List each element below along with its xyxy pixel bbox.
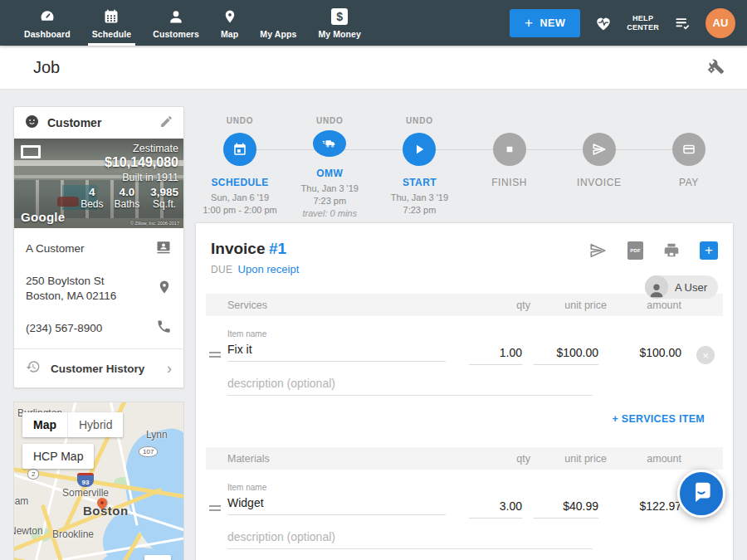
nav-schedule[interactable]: Schedule bbox=[81, 0, 142, 46]
remove-service-item-button[interactable]: × bbox=[696, 346, 715, 364]
qty-column-header: qty bbox=[466, 299, 530, 311]
material-item-name-input[interactable]: Widget bbox=[227, 492, 446, 515]
undo-start-button[interactable]: UNDO bbox=[406, 116, 433, 128]
sqft-value: 3,985 bbox=[150, 186, 178, 198]
add-invoice-icon[interactable]: + bbox=[700, 241, 718, 260]
help-center-button[interactable]: HELP CENTER bbox=[627, 14, 659, 32]
top-nav: Dashboard Schedule Customers Map My Apps bbox=[0, 0, 747, 46]
drag-handle[interactable] bbox=[209, 349, 227, 360]
phone-icon[interactable] bbox=[156, 319, 172, 338]
i93-shield: 93 bbox=[77, 473, 94, 487]
invoice-step-label[interactable]: INVOICE bbox=[577, 177, 622, 188]
nav-my-money-label: My Money bbox=[318, 29, 361, 39]
nav-customers-label: Customers bbox=[153, 29, 199, 39]
hybrid-button[interactable]: Hybrid bbox=[67, 412, 123, 437]
material-description-input[interactable]: description (optional) bbox=[227, 525, 593, 549]
workflow-step-pay: PAY bbox=[644, 116, 734, 220]
nav-map[interactable]: Map bbox=[210, 0, 249, 46]
nav-actions: + NEW HELP CENTER AU bbox=[510, 8, 735, 38]
close-icon: × bbox=[702, 349, 709, 362]
customer-face-icon bbox=[24, 114, 40, 133]
materials-section-title: Materials bbox=[227, 453, 466, 465]
due-label: DUE bbox=[211, 264, 232, 275]
beds-value: 4 bbox=[81, 186, 103, 198]
start-step-icon[interactable] bbox=[403, 133, 436, 166]
customer-history-button[interactable]: Customer History › bbox=[14, 348, 183, 387]
invoice-card: Invoice #1 DUE Upon receipt PDF bbox=[195, 222, 734, 560]
add-services-item-button[interactable]: + SERVICES ITEM bbox=[612, 413, 705, 425]
schedule-step-icon[interactable] bbox=[223, 133, 256, 166]
undo-omw-button[interactable]: UNDO bbox=[316, 116, 344, 125]
pay-step-label[interactable]: PAY bbox=[679, 177, 699, 188]
assignee-name: A User bbox=[675, 281, 707, 294]
omw-step-label[interactable]: OMW bbox=[316, 168, 343, 179]
plus-icon: + bbox=[705, 242, 713, 259]
task-list-icon[interactable] bbox=[672, 15, 692, 32]
customer-card-title: Customer bbox=[47, 116, 159, 129]
undo-schedule-button[interactable]: UNDO bbox=[227, 116, 254, 128]
nav-my-apps[interactable]: My Apps bbox=[249, 0, 307, 46]
nav-dashboard[interactable]: Dashboard bbox=[13, 0, 81, 46]
street-view-icon[interactable] bbox=[21, 145, 41, 158]
services-section-header: Services qty unit price amount bbox=[206, 294, 723, 316]
omw-step-icon[interactable] bbox=[313, 130, 346, 157]
map-label-brookline: Brookline bbox=[52, 528, 94, 540]
send-invoice-icon[interactable] bbox=[588, 241, 608, 260]
schedule-step-label[interactable]: SCHEDULE bbox=[211, 177, 268, 188]
service-description-row: description (optional) bbox=[209, 372, 715, 396]
finish-step-icon[interactable] bbox=[493, 133, 526, 166]
material-unit-price-input[interactable]: $40.99 bbox=[534, 495, 598, 519]
workflow-step-omw: UNDO OMW Thu, Jan 3 '19 7:23 pm travel: … bbox=[285, 116, 374, 220]
service-amount: $100.00 bbox=[607, 346, 681, 359]
property-photo[interactable]: Zestimate $10,149,080 Built in 1911 4Bed… bbox=[14, 139, 183, 228]
hcp-map-button[interactable]: HCP Map bbox=[22, 444, 94, 469]
content: Customer Zestimate $10,149,080 Built in … bbox=[0, 90, 747, 560]
finish-step-label[interactable]: FINISH bbox=[491, 177, 527, 188]
drag-handle[interactable] bbox=[209, 503, 227, 514]
user-avatar[interactable]: AU bbox=[706, 8, 735, 38]
chat-fab-button[interactable] bbox=[677, 470, 725, 518]
invoice-actions: PDF + bbox=[588, 241, 718, 260]
service-qty-input[interactable]: 1.00 bbox=[469, 342, 522, 365]
money-icon: $ bbox=[331, 7, 348, 26]
invoice-step-icon[interactable] bbox=[583, 133, 616, 166]
map-type-buttons: Map Hybrid bbox=[22, 412, 123, 437]
health-heart-icon[interactable] bbox=[593, 14, 613, 32]
baths-label: Baths bbox=[115, 198, 140, 210]
contact-card-icon[interactable] bbox=[155, 239, 172, 259]
zoom-in-button[interactable]: + bbox=[144, 555, 171, 560]
edit-pencil-icon[interactable] bbox=[159, 114, 173, 132]
map-label-lynn: Lynn bbox=[146, 429, 168, 441]
page-header: Job bbox=[0, 46, 747, 90]
nav-my-money[interactable]: $ My Money bbox=[307, 0, 372, 46]
service-unit-price-input[interactable]: $100.00 bbox=[534, 342, 598, 365]
route-107-shield: 107 bbox=[139, 446, 158, 457]
google-watermark: Google bbox=[21, 210, 65, 224]
service-item-name-input[interactable]: Fix it bbox=[227, 338, 446, 362]
service-description-input[interactable]: description (optional) bbox=[227, 372, 593, 396]
due-value-link[interactable]: Upon receipt bbox=[238, 263, 300, 275]
map-pin-icon bbox=[222, 7, 237, 26]
new-button-label: NEW bbox=[540, 17, 566, 29]
invoice-number-link[interactable]: #1 bbox=[269, 240, 286, 257]
pdf-icon[interactable]: PDF bbox=[627, 241, 643, 260]
material-description-row: description (optional) bbox=[209, 525, 715, 549]
job-tools-icon[interactable] bbox=[706, 56, 725, 79]
main-area: UNDO SCHEDULE Sun, Jan 6 '19 1:00 pm - 2… bbox=[195, 106, 734, 560]
map-button[interactable]: Map bbox=[22, 412, 67, 437]
location-pin-icon[interactable] bbox=[157, 279, 172, 299]
pay-step-icon[interactable] bbox=[672, 133, 706, 166]
map-zoom-controls: + − bbox=[144, 555, 171, 560]
mini-map[interactable]: Burlington Lynn 107 2 93 Somerville ham … bbox=[13, 402, 184, 560]
assignee-pill[interactable]: A User bbox=[645, 275, 718, 299]
new-button[interactable]: + NEW bbox=[510, 9, 580, 37]
customer-name: A Customer bbox=[26, 241, 155, 256]
beds-label: Beds bbox=[81, 198, 103, 210]
start-step-label[interactable]: START bbox=[403, 177, 437, 188]
workflow-step-finish: FINISH bbox=[465, 116, 554, 220]
print-icon[interactable] bbox=[662, 241, 681, 260]
workflow-step-schedule: UNDO SCHEDULE Sun, Jan 6 '19 1:00 pm - 2… bbox=[195, 116, 285, 220]
material-qty-input[interactable]: 3.00 bbox=[469, 495, 522, 519]
nav-customers[interactable]: Customers bbox=[142, 0, 210, 46]
history-clock-icon bbox=[26, 359, 41, 377]
